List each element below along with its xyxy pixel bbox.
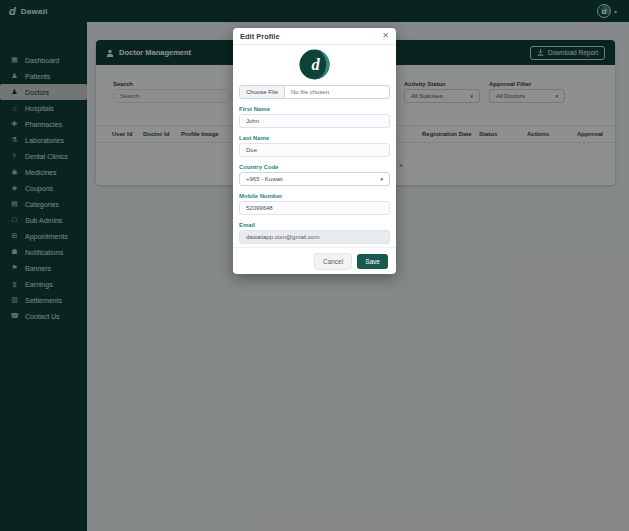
choose-file-button[interactable]: Choose File: [240, 86, 285, 98]
country-code-label: Country Code: [239, 164, 279, 170]
last-name-label: Last Name: [239, 135, 269, 141]
email-field: [239, 230, 390, 244]
profile-image-file-input[interactable]: Choose File No file chosen: [239, 85, 390, 99]
cancel-button[interactable]: Cancel: [314, 253, 352, 270]
profile-image: d: [299, 49, 330, 80]
svg-text:d: d: [312, 55, 321, 74]
mobile-number-label: Mobile Number: [239, 193, 282, 199]
chevron-down-icon: ▾: [380, 176, 383, 182]
modal-title: Edit Profile: [240, 32, 280, 41]
save-button[interactable]: Save: [357, 254, 388, 269]
close-icon[interactable]: ✕: [382, 32, 389, 40]
email-label: Email: [239, 222, 255, 228]
last-name-field[interactable]: [239, 143, 390, 157]
country-code-select[interactable]: +965 - Kuwait ▾: [239, 172, 390, 186]
modal-footer: Cancel Save: [233, 247, 396, 274]
file-chosen-status: No file chosen: [285, 89, 329, 95]
first-name-field[interactable]: [239, 114, 390, 128]
edit-profile-modal: Edit Profile ✕ d Choose File No file cho…: [233, 28, 396, 274]
country-code-value: +965 - Kuwait: [246, 176, 283, 182]
modal-header: Edit Profile ✕: [233, 28, 396, 45]
first-name-label: First Name: [239, 106, 270, 112]
mobile-number-field[interactable]: [239, 201, 390, 215]
